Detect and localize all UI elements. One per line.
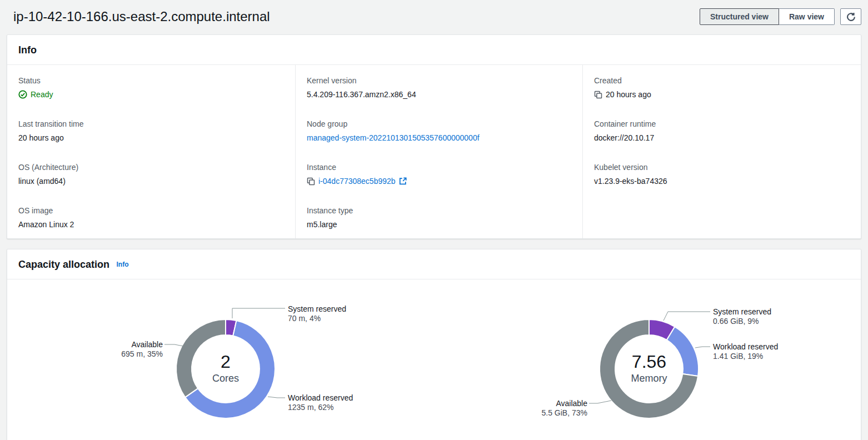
leader-line xyxy=(695,347,710,348)
field-label: Node group xyxy=(307,119,571,129)
capacity-info-link[interactable]: Info xyxy=(117,261,129,268)
field-kernel-version: Kernel version 5.4.209-116.367.amzn2.x86… xyxy=(295,65,582,108)
page-header: ip-10-42-10-166.us-east-2.compute.intern… xyxy=(0,0,868,34)
chart-label-memory-available: Available 5.5 GiB, 73% xyxy=(492,399,587,417)
chart-label-cores-system-reserved: System reserved 70 m, 4% xyxy=(288,304,346,323)
leader-line xyxy=(589,401,611,403)
field-value: Amazon Linux 2 xyxy=(18,219,284,230)
cores-donut-center: 2 Cores xyxy=(181,352,270,385)
field-instance: Instance i-04dc77308ec5b992b xyxy=(295,152,582,195)
empty-cell xyxy=(582,195,861,238)
field-value: m5.large xyxy=(307,219,571,230)
status-value: Ready xyxy=(31,89,53,100)
chart-label-cores-available: Available 695 m, 35% xyxy=(67,340,163,358)
info-panel: Info Status Ready Kernel version 5.4.209… xyxy=(7,34,861,239)
field-label: Kernel version xyxy=(307,76,571,86)
chart-label-cores-workload-reserved: Workload reserved 1235 m, 62% xyxy=(288,393,353,412)
memory-total-label: Memory xyxy=(605,372,694,385)
copy-icon[interactable] xyxy=(307,177,315,186)
field-value: v1.23.9-eks-ba74326 xyxy=(594,176,850,187)
field-instance-type: Instance type m5.large xyxy=(295,195,582,238)
field-status: Status Ready xyxy=(7,65,295,108)
node-group-link[interactable]: managed-system-2022101301505357600000000… xyxy=(307,132,480,143)
external-link-icon[interactable] xyxy=(399,177,407,185)
field-label: Container runtime xyxy=(594,119,850,129)
header-actions: Structured view Raw view xyxy=(700,8,861,25)
field-label: Kubelet version xyxy=(594,162,850,172)
copy-icon[interactable] xyxy=(594,91,602,99)
field-node-group: Node group managed-system-20221013015053… xyxy=(295,108,582,152)
field-os-architecture: OS (Architecture) linux (amd64) xyxy=(7,152,295,195)
field-label: OS (Architecture) xyxy=(18,162,284,172)
field-label: Last transition time xyxy=(18,119,284,129)
cores-total-label: Cores xyxy=(181,372,270,385)
field-label: OS image xyxy=(18,206,284,216)
leader-line xyxy=(164,344,183,346)
info-grid: Status Ready Kernel version 5.4.209-116.… xyxy=(7,65,861,238)
field-kubelet-version: Kubelet version v1.23.9-eks-ba74326 xyxy=(582,152,861,195)
raw-view-button[interactable]: Raw view xyxy=(779,8,835,25)
capacity-panel-title: Capacity allocation xyxy=(18,259,109,270)
leader-line xyxy=(232,308,285,318)
field-label: Status xyxy=(18,76,284,86)
structured-view-button[interactable]: Structured view xyxy=(700,8,779,25)
field-label: Instance type xyxy=(307,206,571,216)
page-title: ip-10-42-10-166.us-east-2.compute.intern… xyxy=(13,7,270,26)
chart-label-memory-workload-reserved: Workload reserved 1.41 GiB, 19% xyxy=(713,342,778,361)
capacity-charts-area: 2 Cores 7.56 Memory System reserved 70 m… xyxy=(7,279,861,440)
field-value: 20 hours ago xyxy=(18,132,284,143)
field-value: linux (amd64) xyxy=(18,176,284,187)
status-success-icon xyxy=(18,90,27,99)
info-panel-header: Info xyxy=(7,35,861,65)
capacity-panel-header: Capacity allocation Info xyxy=(7,249,861,279)
field-label: Instance xyxy=(307,162,571,172)
field-label: Created xyxy=(594,76,850,86)
refresh-icon xyxy=(846,12,856,22)
field-os-image: OS image Amazon Linux 2 xyxy=(7,195,295,238)
capacity-allocation-panel: Capacity allocation Info 2 Cores 7.56 Me… xyxy=(7,249,861,440)
memory-total-value: 7.56 xyxy=(605,352,694,372)
instance-link[interactable]: i-04dc77308ec5b992b xyxy=(318,176,396,187)
memory-donut-center: 7.56 Memory xyxy=(605,352,694,385)
field-value: 20 hours ago xyxy=(606,89,651,100)
refresh-button[interactable] xyxy=(840,8,861,25)
field-value: docker://20.10.17 xyxy=(594,132,850,143)
field-value: 5.4.209-116.367.amzn2.x86_64 xyxy=(307,89,571,100)
field-last-transition-time: Last transition time 20 hours ago xyxy=(7,108,295,152)
leader-line xyxy=(664,312,710,321)
chart-label-memory-system-reserved: System reserved 0.66 GiB, 9% xyxy=(713,307,771,326)
view-toggle: Structured view Raw view xyxy=(700,8,835,25)
info-panel-title: Info xyxy=(18,44,37,56)
field-container-runtime: Container runtime docker://20.10.17 xyxy=(582,108,861,152)
field-created: Created 20 hours ago xyxy=(582,65,861,108)
cores-total-value: 2 xyxy=(181,352,270,372)
leader-line xyxy=(268,397,285,398)
